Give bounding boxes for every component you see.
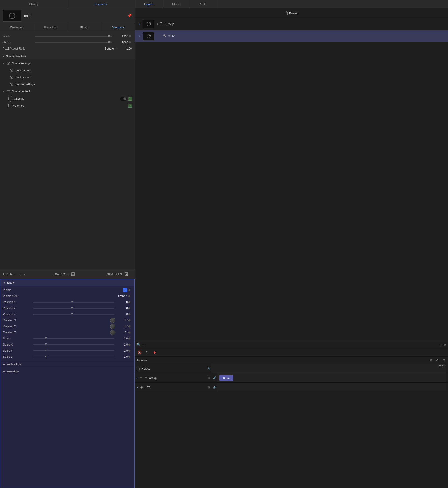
keyframe-icon[interactable]: ⊞ [428, 358, 433, 363]
timeline-subbar: Timeline ⊞ ⚙ ⊡ [135, 357, 448, 364]
timeline-group-icon1[interactable]: ▣ [207, 376, 211, 380]
group-layer-row[interactable]: ✓ ▼ Group [135, 18, 448, 30]
position-x-slider[interactable] [33, 302, 114, 303]
timeline-mo2-checkbox[interactable]: ✓ [137, 386, 139, 389]
group-checkbox[interactable]: ✓ [138, 22, 141, 26]
anchor-point-row[interactable]: ▶ Anchor Point [0, 361, 134, 368]
tab-inspector[interactable]: Inspector [67, 0, 135, 8]
animation-row[interactable]: ▶ Animation [0, 368, 134, 375]
timeline-mo2-icon1[interactable]: ▣ [207, 385, 211, 390]
position-y-value: 0 [116, 307, 128, 310]
width-slider[interactable] [35, 36, 112, 37]
render-settings-item[interactable]: Render settings [0, 81, 135, 88]
layout-icon[interactable]: ⊟ [143, 343, 145, 347]
timeline-project-pin-icon[interactable]: 📎 [207, 366, 211, 371]
background-item[interactable]: Background [0, 74, 135, 81]
scale-y-row: Scale Y 1,0 [0, 348, 134, 354]
pin-icon[interactable]: 📌 [127, 14, 132, 18]
scene-content-item[interactable]: ▼ Scene content [0, 88, 135, 95]
timeline-mo2-row[interactable]: ✓ mO2 ▣ 🔗 [135, 383, 448, 392]
rotation-y-knob[interactable] [110, 324, 115, 329]
svg-marker-11 [10, 273, 12, 275]
scale-x-value: 1,0 [116, 343, 128, 346]
group-bar-block: Group [219, 375, 233, 381]
rotation-x-knob[interactable] [110, 318, 115, 323]
capsule-label: Capsule [14, 97, 24, 100]
tab-behaviors[interactable]: Behaviors [34, 23, 68, 32]
capsule-item[interactable]: Capsule ✓ [0, 95, 135, 103]
basic-props: Visible ✓ Visible Side Front ⌃ [0, 286, 134, 361]
position-y-row: Position Y 0 [0, 305, 134, 311]
environment-item[interactable]: Environment [0, 67, 135, 74]
inspector-thumbnail [3, 10, 22, 22]
timeline-group-expand[interactable]: ▼ [140, 377, 142, 379]
mute-icon[interactable]: 🔇 [137, 350, 142, 355]
visible-checkbox[interactable]: ✓ [123, 288, 128, 292]
timeline-mo2-icon2[interactable]: 🔗 [212, 385, 217, 390]
inspector-header: mO2 📌 [0, 8, 135, 23]
timeline-project-bar: 0:00:0 [211, 364, 446, 373]
timeline-group-icon2[interactable]: 🔗 [212, 376, 217, 380]
capsule-checkbox[interactable]: ✓ [128, 97, 132, 101]
basic-section: ▼ Basic Visible ✓ Visible Side F [0, 279, 135, 488]
basic-header[interactable]: ▼ Basic [0, 279, 134, 286]
camera-icon [8, 104, 13, 107]
timeline-group-label: ✓ ▼ Group [137, 376, 207, 380]
scene-structure-header[interactable]: ▼ Scene Structure [0, 54, 135, 59]
timeline-area: 🔇 ↻ ⏺ Timeline ⊞ ⚙ ⊡ [135, 348, 448, 488]
tab-library[interactable]: Library [0, 0, 67, 8]
timeline-label: Timeline [137, 359, 147, 362]
position-z-row: Position Z 0 [0, 311, 134, 317]
rotation-x-diamond [128, 319, 132, 322]
svg-rect-16 [125, 273, 128, 276]
scale-slider[interactable] [33, 338, 114, 339]
timeline-group-row[interactable]: ✓ ▼ Group ▣ 🔗 Group [135, 373, 448, 383]
anchor-point-arrow: ▶ [3, 363, 5, 366]
save-scene-button[interactable]: SAVE SCENE [107, 272, 128, 276]
add-button[interactable]: ADD › [3, 272, 15, 276]
project-label: Project [284, 11, 298, 15]
mo2-layer-row[interactable]: ✓ mO2 [135, 30, 448, 42]
record-icon[interactable]: ⏺ [152, 350, 157, 355]
expand-icon[interactable]: ⊕ [443, 343, 446, 347]
position-z-slider[interactable] [33, 314, 114, 315]
grid-icon[interactable]: ⊞ [439, 343, 441, 347]
camera-item[interactable]: Camera ✓ [0, 103, 135, 109]
height-slider[interactable] [35, 42, 112, 43]
tab-audio[interactable]: Audio [190, 0, 216, 8]
svg-point-9 [11, 84, 12, 85]
scale-y-slider[interactable] [33, 350, 114, 351]
timeline-group-checkbox[interactable]: ✓ [137, 377, 139, 379]
position-y-slider[interactable] [33, 308, 114, 309]
scale-y-label: Scale Y [3, 349, 31, 352]
timeline-project-row[interactable]: Project 📎 0:00:0 [135, 364, 448, 373]
tab-filters[interactable]: Filters [67, 23, 101, 32]
pixel-aspect-select[interactable]: Square ⌃ [105, 47, 116, 50]
mo2-checkbox[interactable]: ✓ [138, 34, 141, 38]
load-scene-button[interactable]: LOAD SCENE [54, 272, 75, 276]
tab-media[interactable]: Media [163, 0, 190, 8]
add-shapes-button[interactable]: › [19, 272, 25, 276]
background-label: Background [16, 76, 30, 79]
tab-layers[interactable]: Layers [135, 0, 163, 8]
camera-checkbox[interactable]: ✓ [128, 104, 132, 108]
scale-x-slider[interactable] [33, 344, 114, 345]
expand2-icon[interactable]: ⊡ [441, 358, 446, 363]
environment-label: Environment [16, 69, 31, 72]
loop-icon[interactable]: ↻ [144, 350, 150, 355]
scale-z-slider[interactable] [33, 357, 114, 357]
tab-properties[interactable]: Properties [0, 23, 34, 32]
capsule-toggle[interactable] [120, 97, 127, 101]
rotation-y-diamond [128, 325, 132, 328]
rotation-z-knob[interactable] [110, 330, 115, 335]
render-settings-icon [9, 82, 14, 87]
search-icon[interactable]: 🔍 [137, 343, 141, 347]
tab-generator[interactable]: Generator [101, 23, 135, 32]
timeline-toolbar: 🔇 ↻ ⏺ [135, 348, 448, 357]
group-expand-arrow[interactable]: ▼ [156, 23, 159, 25]
settings-icon[interactable]: ⚙ [435, 358, 440, 363]
mo2-layer-name: mO2 [168, 34, 175, 38]
scale-y-diamond [128, 350, 132, 352]
visible-side-select[interactable]: Front ⌃ [118, 294, 128, 298]
scene-settings-item[interactable]: ▼ Scene settings [0, 60, 135, 67]
